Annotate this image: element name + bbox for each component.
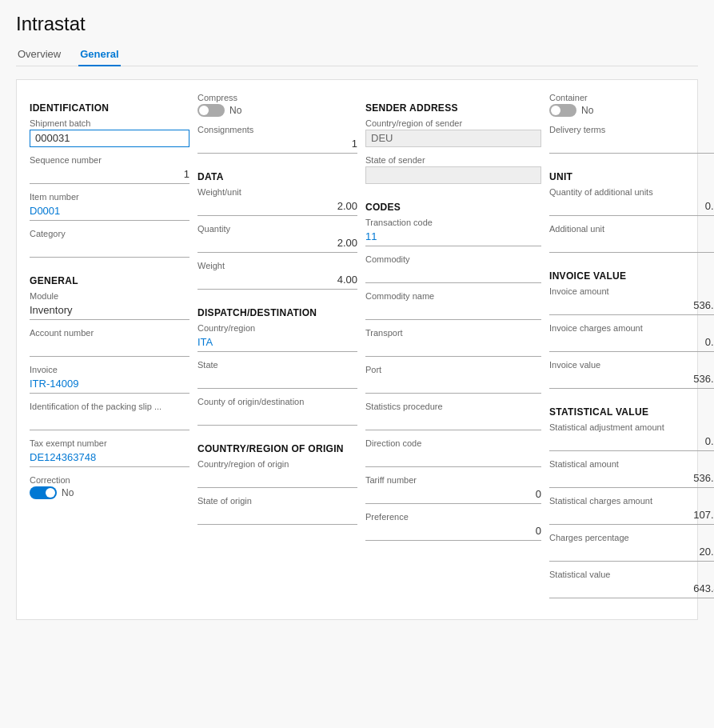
transport-field: Transport: [365, 328, 541, 357]
consignments-value[interactable]: 1: [197, 136, 357, 154]
tariff-value[interactable]: 0: [365, 486, 541, 504]
account-number-field: Account number: [30, 328, 189, 357]
stat-adjustment-value[interactable]: 0.00: [549, 434, 714, 451]
invoice-value-value[interactable]: 536.18: [549, 371, 714, 389]
direction-value[interactable]: [365, 450, 541, 467]
packing-slip-value[interactable]: [30, 413, 189, 430]
weight-value[interactable]: 4.00: [197, 272, 357, 290]
commodity-name-field: Commodity name: [365, 291, 541, 320]
county-value[interactable]: [197, 408, 357, 426]
stat-value-value[interactable]: 643.42: [549, 581, 714, 598]
col-1: IDENTIFICATION Shipment batch 000031 Seq…: [30, 93, 189, 606]
invoice-charges-value[interactable]: 0.00: [549, 334, 714, 352]
page-title: Intrastat: [16, 13, 698, 35]
tax-exempt-field: Tax exempt number DE124363748: [30, 438, 189, 467]
codes-section: CODES: [365, 202, 541, 213]
shipment-batch-value[interactable]: 000031: [30, 130, 189, 147]
stat-value-label: Statistical value: [549, 570, 714, 579]
stat-value-field: Statistical value 643.42: [549, 570, 714, 598]
county-label: County of origin/destination: [197, 397, 357, 406]
container-toggle-container: No: [549, 104, 714, 117]
container-toggle[interactable]: [549, 104, 576, 117]
origin-country-value[interactable]: [197, 470, 357, 488]
transaction-value[interactable]: 11: [365, 229, 541, 246]
general-section: GENERAL: [30, 275, 189, 286]
account-number-value[interactable]: [30, 339, 189, 357]
stat-adjustment-field: Statistical adjustment amount 0.00: [549, 422, 714, 451]
stat-amount-label: Statistical amount: [549, 459, 714, 469]
quantity-additional-value[interactable]: 0.00: [549, 198, 714, 216]
correction-field: Correction No: [30, 475, 189, 499]
module-field: Module Inventory: [30, 291, 189, 320]
invoice-value-section: INVOICE VALUE: [549, 270, 714, 282]
commodity-name-value[interactable]: [365, 302, 541, 320]
weight-unit-label: Weight/unit: [197, 187, 357, 197]
preference-value[interactable]: 0: [365, 523, 541, 541]
delivery-value[interactable]: [549, 136, 714, 154]
dispatch-state-label: State: [197, 360, 357, 370]
commodity-value[interactable]: [365, 266, 541, 283]
dispatch-state-value[interactable]: [197, 371, 357, 389]
invoice-value-field: Invoice value 536.18: [549, 360, 714, 389]
sender-state-label: State of sender: [365, 155, 541, 165]
consignments-label: Consignments: [197, 125, 357, 134]
origin-state-value[interactable]: [197, 507, 357, 525]
invoice-charges-field: Invoice charges amount 0.00: [549, 323, 714, 352]
transaction-label: Transaction code: [365, 218, 541, 227]
weight-unit-value[interactable]: 2.00: [197, 198, 357, 216]
additional-unit-field: Additional unit: [549, 224, 714, 253]
stat-amount-field: Statistical amount 536.18: [549, 459, 714, 488]
invoice-value[interactable]: ITR-14009: [30, 376, 189, 394]
quantity-value[interactable]: 2.00: [197, 235, 357, 253]
correction-toggle-container: No: [30, 486, 189, 499]
packing-slip-field: Identification of the packing slip ...: [30, 402, 189, 430]
item-number-value[interactable]: D0001: [30, 203, 189, 221]
sender-state-value: [365, 166, 541, 184]
module-value[interactable]: Inventory: [30, 302, 189, 320]
additional-unit-value[interactable]: [549, 235, 714, 253]
preference-field: Preference 0: [365, 512, 541, 541]
statistics-label: Statistics procedure: [365, 402, 541, 411]
dispatch-section: DISPATCH/DESTINATION: [197, 307, 357, 318]
tax-exempt-value[interactable]: DE124363748: [30, 450, 189, 467]
identification-section: IDENTIFICATION: [30, 102, 189, 114]
compress-toggle[interactable]: [197, 104, 225, 117]
tariff-field: Tariff number 0: [365, 475, 541, 504]
port-field: Port: [365, 365, 541, 394]
correction-toggle[interactable]: [30, 486, 57, 499]
preference-label: Preference: [365, 512, 541, 522]
transport-value[interactable]: [365, 339, 541, 357]
weight-label: Weight: [197, 261, 357, 270]
stat-adjustment-label: Statistical adjustment amount: [549, 422, 714, 432]
compress-toggle-label: No: [229, 105, 241, 116]
data-section: DATA: [197, 171, 357, 182]
container-field: Container No: [549, 93, 714, 117]
charges-percentage-value[interactable]: 20.00: [549, 544, 714, 562]
account-number-label: Account number: [30, 328, 189, 338]
dispatch-country-field: Country/region ITA: [197, 323, 357, 352]
compress-toggle-container: No: [197, 104, 357, 117]
tab-general[interactable]: General: [78, 43, 120, 66]
statistics-value[interactable]: [365, 413, 541, 430]
stat-amount-value[interactable]: 536.18: [549, 470, 714, 488]
item-number-label: Item number: [30, 192, 189, 202]
tax-exempt-label: Tax exempt number: [30, 438, 189, 448]
port-label: Port: [365, 365, 541, 374]
invoice-amount-value[interactable]: 536.18: [549, 298, 714, 315]
port-value[interactable]: [365, 376, 541, 394]
tab-overview[interactable]: Overview: [16, 43, 62, 66]
quantity-additional-label: Quantity of additional units: [549, 187, 714, 197]
category-value[interactable]: [30, 240, 189, 258]
correction-label: Correction: [30, 475, 189, 485]
invoice-label: Invoice: [30, 365, 189, 374]
invoice-amount-label: Invoice amount: [549, 286, 714, 296]
col-3: SENDER ADDRESS Country/region of sender …: [365, 93, 541, 606]
additional-unit-label: Additional unit: [549, 224, 714, 234]
transaction-field: Transaction code 11: [365, 218, 541, 246]
sequence-number-value[interactable]: 1: [30, 166, 189, 184]
direction-label: Direction code: [365, 438, 541, 448]
dispatch-country-value[interactable]: ITA: [197, 334, 357, 352]
statistical-section: STATISTICAL VALUE: [549, 406, 714, 418]
invoice-charges-label: Invoice charges amount: [549, 323, 714, 333]
stat-charges-value[interactable]: 107.24: [549, 507, 714, 525]
